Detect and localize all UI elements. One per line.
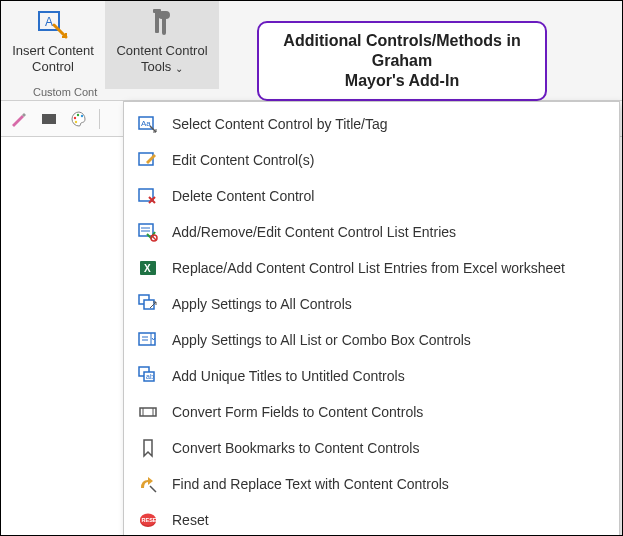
menu-item-label: Delete Content Control — [172, 188, 314, 204]
menu-item-unique-titles[interactable]: ab Add Unique Titles to Untitled Control… — [124, 358, 619, 394]
select-icon: Aa — [138, 114, 158, 134]
svg-point-5 — [74, 116, 76, 118]
menu-item-label: Edit Content Control(s) — [172, 152, 314, 168]
menu-item-label: Add/Remove/Edit Content Control List Ent… — [172, 224, 456, 240]
form-field-icon — [138, 402, 158, 422]
menu-item-find-replace[interactable]: Find and Replace Text with Content Contr… — [124, 466, 619, 502]
menu-item-edit[interactable]: Edit Content Control(s) — [124, 142, 619, 178]
menu-item-label: Convert Form Fields to Content Controls — [172, 404, 423, 420]
svg-rect-13 — [139, 224, 153, 236]
svg-text:ab: ab — [146, 373, 154, 380]
apply-listbox-icon — [138, 330, 158, 350]
menu-item-convert-bookmarks[interactable]: Convert Bookmarks to Content Controls — [124, 430, 619, 466]
svg-rect-18 — [144, 300, 154, 309]
insert-content-control-icon: A — [36, 7, 70, 41]
chevron-down-icon: ⌄ — [175, 63, 183, 74]
menu-item-reset[interactable]: RESET Reset — [124, 502, 619, 536]
svg-rect-23 — [140, 408, 156, 416]
menu-item-label: Add Unique Titles to Untitled Controls — [172, 368, 405, 384]
content-control-tools-menu: Aa Select Content Control by Title/Tag E… — [123, 101, 620, 536]
menu-item-apply-all[interactable]: Apply Settings to All Controls — [124, 286, 619, 322]
menu-item-label: Replace/Add Content Control List Entries… — [172, 260, 565, 276]
menu-item-label: Find and Replace Text with Content Contr… — [172, 476, 449, 492]
svg-text:RESET: RESET — [142, 517, 159, 523]
svg-point-8 — [75, 120, 77, 122]
menu-item-label: Convert Bookmarks to Content Controls — [172, 440, 419, 456]
menu-item-convert-form-fields[interactable]: Convert Form Fields to Content Controls — [124, 394, 619, 430]
draw-icon[interactable] — [9, 109, 29, 129]
excel-icon: X — [138, 258, 158, 278]
svg-point-6 — [77, 113, 79, 115]
menu-item-label: Select Content Control by Title/Tag — [172, 116, 388, 132]
list-entries-icon — [138, 222, 158, 242]
menu-item-label: Apply Settings to All List or Combo Box … — [172, 332, 471, 348]
unique-titles-icon: ab — [138, 366, 158, 386]
content-control-tools-label: Content Control Tools ⌄ — [116, 43, 207, 76]
ribbon: A Insert Content Control Content Control… — [1, 1, 622, 101]
find-replace-icon — [138, 474, 158, 494]
menu-item-select-by-title[interactable]: Aa Select Content Control by Title/Tag — [124, 106, 619, 142]
svg-point-7 — [81, 114, 83, 116]
bookmark-icon — [138, 438, 158, 458]
menu-item-list-entries[interactable]: Add/Remove/Edit Content Control List Ent… — [124, 214, 619, 250]
insert-content-control-label: Insert Content Control — [12, 43, 94, 75]
menu-item-excel-replace[interactable]: X Replace/Add Content Control List Entri… — [124, 250, 619, 286]
palette-icon[interactable] — [69, 109, 89, 129]
callout-line-1: Additional Controls/Methods in Graham — [283, 32, 520, 69]
delete-icon — [138, 186, 158, 206]
reset-icon: RESET — [138, 510, 158, 530]
content-control-tools-icon — [145, 7, 179, 41]
svg-text:A: A — [45, 15, 53, 29]
menu-item-label: Reset — [172, 512, 209, 528]
menu-item-label: Apply Settings to All Controls — [172, 296, 352, 312]
edit-icon — [138, 150, 158, 170]
content-control-tools-button[interactable]: Content Control Tools ⌄ — [105, 1, 219, 89]
callout-box: Additional Controls/Methods in Graham Ma… — [257, 21, 547, 101]
menu-item-delete[interactable]: Delete Content Control — [124, 178, 619, 214]
svg-text:X: X — [144, 263, 151, 274]
ribbon-group-label: Custom Cont — [33, 86, 97, 98]
apply-all-icon — [138, 294, 158, 314]
menu-item-apply-listbox[interactable]: Apply Settings to All List or Combo Box … — [124, 322, 619, 358]
divider — [99, 109, 100, 129]
svg-rect-4 — [42, 114, 56, 124]
callout-line-2: Mayor's Add-In — [345, 72, 459, 89]
insert-content-control-button[interactable]: A Insert Content Control — [1, 1, 105, 89]
shade-icon[interactable] — [39, 109, 59, 129]
